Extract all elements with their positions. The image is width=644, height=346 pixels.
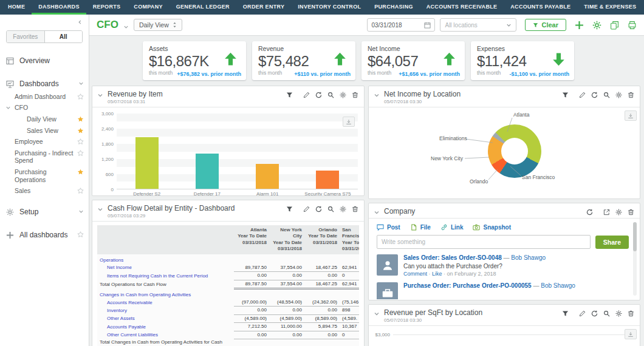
zoom-icon[interactable] (327, 92, 334, 98)
star-filled-icon[interactable] (77, 116, 84, 123)
nav-item-reports[interactable]: REPORTS (86, 0, 128, 15)
sidebar-item-purchasing-indirect-spend[interactable]: Purchasing - Indirect Spend (0, 148, 89, 166)
duplicate-button[interactable] (610, 21, 619, 30)
nav-item-order-entry[interactable]: ORDER ENTRY (236, 0, 291, 15)
zoom-icon[interactable] (327, 206, 334, 212)
print-button[interactable] (628, 21, 637, 30)
row-label[interactable]: Accounts Payable (97, 323, 234, 331)
chevron-down-icon[interactable] (78, 209, 84, 214)
star-outline-icon[interactable] (77, 150, 84, 157)
chevron-down-icon[interactable] (78, 81, 84, 86)
nav-item-general-ledger[interactable]: GENERAL LEDGER (170, 0, 236, 15)
filter-icon[interactable] (286, 206, 293, 212)
composer-tab-post[interactable]: Post (377, 224, 400, 231)
row-label[interactable]: Changes in Cash from Operating Activitie… (97, 289, 234, 299)
row-label[interactable]: Other Assets (97, 314, 234, 322)
post-title-link[interactable]: Sales Order: Sales Order-SO-0048 (403, 254, 502, 261)
delete-icon[interactable] (352, 206, 358, 212)
row-label[interactable]: Other Current Liabilities (97, 331, 234, 339)
sidebar-item-all-dashboards[interactable]: All dashboards (0, 228, 89, 242)
nav-item-accounts-payable[interactable]: ACCOUNTS PAYABLE (504, 0, 577, 15)
composer-tab-snapshot[interactable]: Snapshot (473, 224, 511, 231)
post-title-link[interactable]: Purchase Order: Purchase Order-PO-000055 (403, 282, 532, 289)
vertical-scrollbar[interactable] (633, 222, 637, 296)
star-filled-icon[interactable] (77, 127, 84, 134)
edit-icon[interactable] (303, 92, 310, 98)
star-outline-icon[interactable] (77, 231, 84, 238)
download-chart-button[interactable] (625, 110, 637, 121)
add-widget-button[interactable] (575, 21, 584, 30)
kpi-card-revenue[interactable]: Revenue$75,482this month+$110 vs. prior … (252, 41, 355, 80)
kpi-card-net-income[interactable]: Net Income$64,057this month+$1,656 vs. p… (361, 41, 465, 80)
nav-item-home[interactable]: HOME (1, 0, 32, 15)
sidebar-item-setup[interactable]: Setup (0, 205, 89, 219)
filter-icon[interactable] (286, 92, 293, 98)
share-button[interactable]: Share (595, 236, 629, 249)
star-outline-icon[interactable] (77, 138, 84, 145)
tab-favorites[interactable]: Favorites (7, 31, 44, 42)
settings-icon[interactable] (615, 92, 622, 98)
view-selector[interactable]: Daily View (134, 19, 182, 31)
sidebar-item-cfo[interactable]: CFO (0, 102, 89, 114)
settings-icon[interactable] (340, 92, 346, 98)
post-action-comment[interactable]: Comment (403, 271, 427, 277)
row-label[interactable]: Accounts Receivable (97, 299, 234, 307)
sidebar-item-purchasing-operations[interactable]: Purchasing Operations (0, 166, 89, 185)
sidebar-item-dashboards[interactable]: Dashboards (0, 77, 89, 90)
post-input[interactable] (377, 235, 591, 249)
edit-icon[interactable] (579, 92, 586, 98)
settings-icon[interactable] (615, 310, 622, 317)
filter-icon[interactable] (562, 310, 569, 317)
sidebar-item-daily-view[interactable]: Daily View (0, 114, 89, 125)
sidebar-collapse-icon[interactable] (77, 19, 83, 25)
composer-tab-file[interactable]: File (410, 224, 431, 231)
row-label[interactable]: Items not Requiring Cash in the Current … (97, 272, 234, 280)
external-icon[interactable] (603, 209, 610, 215)
zoom-icon[interactable] (603, 92, 610, 98)
sidebar-item-admin-dashboard[interactable]: Admin Dashboard (0, 91, 89, 103)
tab-all[interactable]: All (44, 31, 83, 42)
zoom-icon[interactable] (603, 310, 610, 317)
row-label[interactable]: Operations (97, 254, 234, 264)
post-action-like[interactable]: Like (432, 271, 442, 277)
bar-security-camera-s75[interactable] (316, 171, 339, 189)
refresh-icon[interactable] (586, 209, 593, 215)
bar-defender-s2[interactable] (135, 137, 159, 189)
delete-icon[interactable] (352, 92, 358, 98)
refresh-icon[interactable] (315, 206, 322, 212)
collapse-panel-icon[interactable] (97, 92, 103, 98)
settings-icon[interactable] (340, 206, 346, 212)
star-outline-icon[interactable] (77, 188, 84, 194)
refresh-icon[interactable] (591, 310, 598, 317)
edit-icon[interactable] (303, 206, 310, 212)
download-chart-button[interactable] (343, 117, 355, 127)
post-author-link[interactable]: Bob Shawgo (511, 254, 546, 261)
kpi-card-expenses[interactable]: Expenses$11,424this month-$1,100 vs. pri… (471, 41, 574, 80)
post-author-link[interactable]: Bob Shawgo (541, 282, 575, 289)
dashboard-settings-button[interactable] (592, 21, 601, 30)
composer-tab-link[interactable]: Link (440, 224, 464, 231)
settings-icon[interactable] (615, 209, 622, 215)
kpi-card-assets[interactable]: Assets$16,867Kthis month+$76,382 vs. pri… (143, 41, 246, 80)
download-chart-button[interactable] (625, 329, 637, 339)
nav-item-inventory-control[interactable]: INVENTORY CONTROL (291, 0, 368, 15)
delete-icon[interactable] (628, 310, 634, 317)
scrollbar-thumb[interactable] (633, 222, 637, 251)
nav-item-dashboards[interactable]: DASHBOARDS (32, 0, 86, 15)
title-chevron-icon[interactable] (123, 24, 129, 30)
star-filled-icon[interactable] (77, 169, 84, 175)
clear-filters-button[interactable]: Clear (525, 19, 566, 31)
collapse-panel-icon[interactable] (374, 92, 380, 98)
refresh-icon[interactable] (315, 92, 322, 98)
date-filter-input[interactable]: 03/31/2018 (367, 18, 435, 32)
sidebar-item-overview[interactable]: Overview (0, 54, 89, 67)
row-label[interactable]: Net Income (97, 264, 234, 272)
collapse-panel-icon[interactable] (97, 206, 103, 212)
sidebar-item-sales[interactable]: Sales (0, 185, 89, 197)
nav-item-time-expenses[interactable]: TIME & EXPENSES (577, 0, 643, 15)
calendar-icon[interactable] (424, 22, 431, 29)
collapse-panel-icon[interactable] (374, 311, 380, 317)
filter-icon[interactable] (562, 92, 569, 98)
nav-item-company[interactable]: COMPANY (127, 0, 169, 15)
chevron-down-icon[interactable] (5, 105, 11, 110)
